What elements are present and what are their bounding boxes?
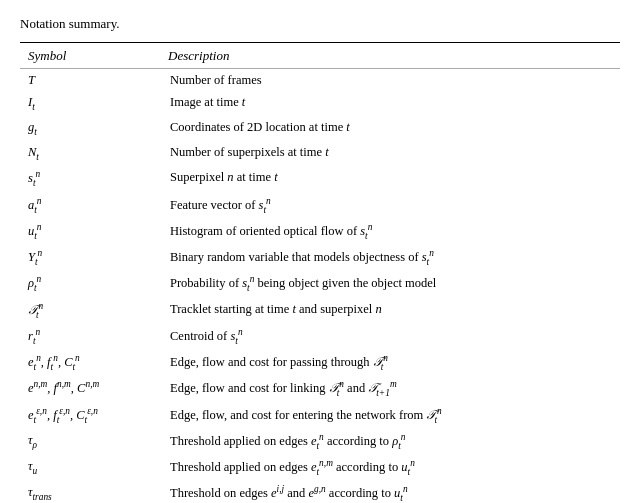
symbol-cell: τu	[20, 455, 160, 481]
description-cell: Number of superpixels at time t	[160, 141, 620, 166]
description-cell: Superpixel n at time t	[160, 166, 620, 192]
table-row: τρThreshold applied on edges etn accordi…	[20, 429, 620, 455]
description-cell: Tracklet starting at time t and superpix…	[160, 298, 620, 324]
symbol-cell: utn	[20, 219, 160, 245]
table-row: etn, ftn, CtnEdge, flow and cost for pas…	[20, 350, 620, 376]
symbol-cell: rtn	[20, 324, 160, 350]
symbol-header: Symbol	[20, 43, 160, 69]
symbol-cell: τρ	[20, 429, 160, 455]
symbol-cell: etε,n, ftε,n, Ctε,n	[20, 403, 160, 429]
symbol-cell: Ytn	[20, 245, 160, 271]
symbol-cell: τtrans	[20, 481, 160, 503]
description-cell: Histogram of oriented optical flow of st…	[160, 219, 620, 245]
table-row: gtCoordinates of 2D location at time t	[20, 116, 620, 141]
table-row: en,m, fn,m, Cn,mEdge, flow and cost for …	[20, 376, 620, 402]
symbol-cell: atn	[20, 193, 160, 219]
symbol-cell: T	[20, 69, 160, 92]
table-row: ρtnProbability of stn being object given…	[20, 271, 620, 297]
table-row: atnFeature vector of stn	[20, 193, 620, 219]
table-row: rtnCentroid of stn	[20, 324, 620, 350]
description-cell: Edge, flow and cost for linking 𝒯tn and …	[160, 376, 620, 402]
description-header: Description	[160, 43, 620, 69]
description-cell: Feature vector of stn	[160, 193, 620, 219]
table-row: τtransThreshold on edges ei,j and eg,n a…	[20, 481, 620, 503]
table-row: τuThreshold applied on edges etn,m accor…	[20, 455, 620, 481]
notation-table: Symbol Description TNumber of framesItIm…	[20, 42, 620, 503]
table-row: ItImage at time t	[20, 91, 620, 116]
symbol-cell: en,m, fn,m, Cn,m	[20, 376, 160, 402]
description-cell: Number of frames	[160, 69, 620, 92]
table-row: NtNumber of superpixels at time t	[20, 141, 620, 166]
symbol-cell: ρtn	[20, 271, 160, 297]
description-cell: Edge, flow, and cost for entering the ne…	[160, 403, 620, 429]
description-cell: Centroid of stn	[160, 324, 620, 350]
table-row: YtnBinary random variable that models ob…	[20, 245, 620, 271]
table-header-row: Symbol Description	[20, 43, 620, 69]
table-row: 𝒯tnTracklet starting at time t and super…	[20, 298, 620, 324]
symbol-cell: etn, ftn, Ctn	[20, 350, 160, 376]
description-cell: Image at time t	[160, 91, 620, 116]
description-cell: Threshold applied on edges etn,m accordi…	[160, 455, 620, 481]
description-cell: Coordinates of 2D location at time t	[160, 116, 620, 141]
symbol-cell: gt	[20, 116, 160, 141]
table-row: TNumber of frames	[20, 69, 620, 92]
description-cell: Threshold applied on edges etn according…	[160, 429, 620, 455]
table-row: etε,n, ftε,n, Ctε,nEdge, flow, and cost …	[20, 403, 620, 429]
description-cell: Edge, flow and cost for passing through …	[160, 350, 620, 376]
table-row: utnHistogram of oriented optical flow of…	[20, 219, 620, 245]
description-cell: Probability of stn being object given th…	[160, 271, 620, 297]
page-title: Notation summary.	[20, 16, 620, 32]
symbol-cell: 𝒯tn	[20, 298, 160, 324]
symbol-cell: stn	[20, 166, 160, 192]
description-cell: Binary random variable that models objec…	[160, 245, 620, 271]
description-cell: Threshold on edges ei,j and eg,n accordi…	[160, 481, 620, 503]
symbol-cell: It	[20, 91, 160, 116]
table-row: stnSuperpixel n at time t	[20, 166, 620, 192]
symbol-cell: Nt	[20, 141, 160, 166]
